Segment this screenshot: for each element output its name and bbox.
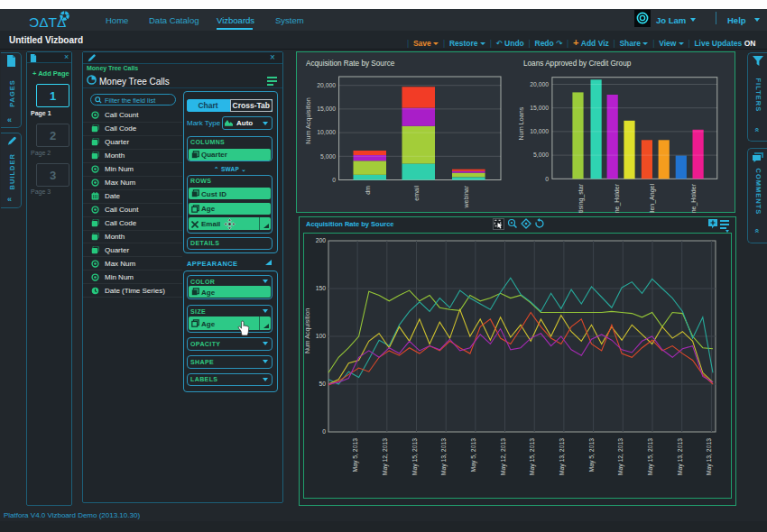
svg-text:May 5, 2013: May 5, 2013	[588, 438, 596, 472]
svg-text:ne_Holder: ne_Holder	[614, 183, 621, 213]
svg-text:May 13, 2013: May 13, 2013	[706, 438, 713, 475]
svg-text:May 12, 2013: May 12, 2013	[500, 438, 507, 475]
svg-text:May 15, 2013: May 15, 2013	[529, 438, 536, 475]
svg-text:May 15, 2013: May 15, 2013	[411, 438, 419, 475]
svg-text:May 5, 2013: May 5, 2013	[352, 438, 359, 472]
svg-text:Num Acquisition: Num Acquisition	[304, 308, 311, 353]
svg-text:May 5, 2013: May 5, 2013	[470, 438, 477, 472]
svg-text:15,000: 15,000	[317, 105, 336, 112]
svg-text:May 13, 2013: May 13, 2013	[677, 438, 684, 475]
svg-text:200: 200	[316, 237, 327, 243]
svg-text:50: 50	[319, 381, 326, 387]
svg-text:dm: dm	[365, 186, 371, 195]
svg-text:May 12, 2013: May 12, 2013	[382, 438, 389, 475]
svg-text:May 15, 2013: May 15, 2013	[647, 438, 654, 475]
svg-text:0: 0	[332, 177, 336, 183]
svg-text:20,000: 20,000	[530, 81, 549, 87]
svg-text:email: email	[413, 186, 420, 201]
svg-text:15,000: 15,000	[530, 105, 549, 111]
svg-text:webinar: webinar	[463, 185, 469, 208]
svg-text:150: 150	[316, 285, 327, 291]
svg-text:5,000: 5,000	[320, 153, 336, 160]
svg-text:May 13, 2013: May 13, 2013	[559, 438, 566, 475]
svg-text:0: 0	[545, 176, 549, 182]
svg-text:5,000: 5,000	[533, 151, 549, 158]
svg-text:May 13, 2013: May 13, 2013	[440, 438, 448, 475]
svg-text:Num Acquisition: Num Acquisition	[304, 97, 312, 144]
svg-text:Loans Approved by Credit Group: Loans Approved by Credit Group	[523, 60, 632, 68]
svg-text:Num Loans: Num Loans	[517, 106, 525, 140]
svg-text:Acquisition Rate by Source: Acquisition Rate by Source	[306, 60, 395, 68]
svg-text:10,000: 10,000	[317, 129, 336, 135]
svg-text:tising_star: tising_star	[578, 183, 585, 213]
svg-text:May 12, 2013: May 12, 2013	[617, 438, 624, 475]
svg-text:10,000: 10,000	[530, 128, 549, 134]
svg-text:llen_Angel: llen_Angel	[649, 184, 656, 213]
svg-text:ne_Holder: ne_Holder	[690, 183, 698, 213]
svg-text:0: 0	[322, 428, 326, 435]
svg-text:20,000: 20,000	[317, 82, 336, 88]
svg-text:100: 100	[316, 333, 327, 339]
